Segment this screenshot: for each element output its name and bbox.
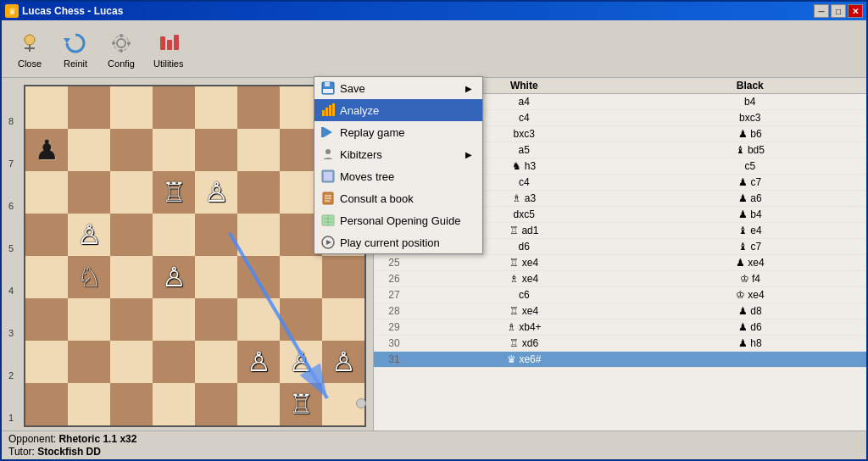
move-black-28[interactable]: ♟ d8 xyxy=(637,304,864,318)
square-b1[interactable] xyxy=(68,383,110,425)
piece-g1[interactable]: ♖ xyxy=(289,391,314,418)
piece-f2[interactable]: ♙ xyxy=(247,348,271,375)
move-black-15[interactable]: b4 xyxy=(637,95,864,108)
square-d5[interactable] xyxy=(153,214,195,256)
square-c3[interactable] xyxy=(110,298,153,341)
move-black-17[interactable]: ♟ b6 xyxy=(637,127,864,141)
square-e3[interactable] xyxy=(195,298,237,341)
utilities-button[interactable]: Utilities xyxy=(146,25,191,73)
square-c1[interactable] xyxy=(110,383,153,425)
square-b3[interactable] xyxy=(68,298,110,341)
menu-save[interactable]: Save ▶ xyxy=(314,77,482,99)
square-f2[interactable]: ♙ xyxy=(237,341,280,383)
close-window-button[interactable]: ✕ xyxy=(848,4,863,18)
square-c5[interactable] xyxy=(110,214,153,256)
move-row-28[interactable]: 28♖ xe4♟ d8 xyxy=(374,303,866,319)
piece-a7[interactable]: ♟ xyxy=(35,136,59,164)
move-white-27[interactable]: c6 xyxy=(411,288,637,302)
reinit-button[interactable]: Reinit xyxy=(54,25,97,73)
square-d4[interactable]: ♙ xyxy=(153,256,195,298)
square-e2[interactable] xyxy=(195,341,237,383)
move-black-18[interactable]: ♝ bd5 xyxy=(637,143,864,157)
move-black-22[interactable]: ♟ b4 xyxy=(637,208,864,221)
square-a7[interactable]: ♟ xyxy=(25,129,68,171)
piece-b4[interactable]: ♘ xyxy=(77,264,102,291)
menu-play-current[interactable]: Play current position xyxy=(314,231,482,253)
square-h4[interactable] xyxy=(322,256,364,298)
square-a2[interactable] xyxy=(25,341,68,383)
move-row-25[interactable]: 25♖ xe4♟ xe4 xyxy=(374,255,866,271)
square-d3[interactable] xyxy=(153,298,195,341)
square-d2[interactable] xyxy=(153,341,195,383)
move-row-31[interactable]: 31♛ xe6# xyxy=(374,352,866,368)
move-white-26[interactable]: ♗ xe4 xyxy=(411,272,637,286)
square-h3[interactable] xyxy=(322,298,364,341)
square-g1[interactable]: ♖ xyxy=(280,383,322,425)
move-black-25[interactable]: ♟ xe4 xyxy=(637,256,864,269)
square-c2[interactable] xyxy=(110,341,153,383)
menu-replay[interactable]: Replay game xyxy=(314,121,482,143)
move-white-29[interactable]: ♗ xb4+ xyxy=(411,320,637,334)
move-row-30[interactable]: 30♖ xd6♟ h8 xyxy=(374,336,866,352)
square-c7[interactable] xyxy=(110,129,153,171)
square-f1[interactable] xyxy=(237,383,280,425)
square-h2[interactable]: ♙ xyxy=(322,341,364,383)
square-e6[interactable]: ♙ xyxy=(195,171,237,214)
piece-g2[interactable]: ♙ xyxy=(289,348,314,375)
move-black-31[interactable] xyxy=(637,353,864,366)
move-row-26[interactable]: 26♗ xe4♔ f4 xyxy=(374,271,866,287)
menu-analyze[interactable]: Analyze xyxy=(314,99,482,121)
move-black-24[interactable]: ♝ c7 xyxy=(637,240,864,253)
square-b7[interactable] xyxy=(68,129,110,171)
square-d6[interactable]: ♖ xyxy=(153,171,195,214)
minimize-button[interactable]: ─ xyxy=(814,4,829,18)
move-black-29[interactable]: ♟ d6 xyxy=(637,320,864,334)
square-f6[interactable] xyxy=(237,171,280,214)
menu-personal-opening[interactable]: Personal Opening Guide xyxy=(314,209,482,231)
config-button[interactable]: Config xyxy=(100,25,142,73)
move-black-26[interactable]: ♔ f4 xyxy=(637,272,864,286)
square-b4[interactable]: ♘ xyxy=(68,256,110,298)
square-e5[interactable] xyxy=(195,214,237,256)
move-black-19[interactable]: c5 xyxy=(637,159,864,173)
square-g3[interactable] xyxy=(280,298,322,341)
square-e7[interactable] xyxy=(195,129,237,171)
piece-d4[interactable]: ♙ xyxy=(162,264,186,291)
square-b5[interactable]: ♙ xyxy=(68,214,110,256)
maximize-button[interactable]: □ xyxy=(831,4,846,18)
menu-moves-tree[interactable]: Moves tree xyxy=(314,165,482,187)
move-black-16[interactable]: bxc3 xyxy=(637,111,864,125)
move-black-23[interactable]: ♝ e4 xyxy=(637,224,864,237)
square-g4[interactable] xyxy=(280,256,322,298)
square-a5[interactable] xyxy=(25,214,68,256)
square-a6[interactable] xyxy=(25,171,68,214)
piece-b5[interactable]: ♙ xyxy=(77,221,102,248)
square-f5[interactable] xyxy=(237,214,280,256)
square-c6[interactable] xyxy=(110,171,153,214)
move-white-31[interactable]: ♛ xe6# xyxy=(411,353,637,366)
square-b8[interactable] xyxy=(68,86,110,129)
move-white-30[interactable]: ♖ xd6 xyxy=(411,336,637,350)
menu-consult-book[interactable]: Consult a book xyxy=(314,187,482,209)
square-a8[interactable] xyxy=(25,86,68,129)
piece-d6[interactable]: ♖ xyxy=(162,179,186,206)
move-black-27[interactable]: ♔ xe4 xyxy=(637,288,864,302)
piece-h2[interactable]: ♙ xyxy=(331,348,356,375)
square-b6[interactable] xyxy=(68,171,110,214)
square-c4[interactable] xyxy=(110,256,153,298)
move-black-20[interactable]: ♟ c7 xyxy=(637,175,864,189)
square-e8[interactable] xyxy=(195,86,237,129)
square-d1[interactable] xyxy=(153,383,195,425)
move-black-30[interactable]: ♟ h8 xyxy=(637,336,864,350)
move-row-27[interactable]: 27c6♔ xe4 xyxy=(374,287,866,303)
square-e1[interactable] xyxy=(195,383,237,425)
square-b2[interactable] xyxy=(68,341,110,383)
move-black-21[interactable]: ♟ a6 xyxy=(637,192,864,205)
move-row-29[interactable]: 29♗ xb4+♟ d6 xyxy=(374,319,866,336)
move-white-25[interactable]: ♖ xe4 xyxy=(411,256,637,269)
square-f7[interactable] xyxy=(237,129,280,171)
square-c8[interactable] xyxy=(110,86,153,129)
menu-kibitzers[interactable]: Kibitzers ▶ xyxy=(314,143,482,165)
square-f3[interactable] xyxy=(237,298,280,341)
close-button[interactable]: Close xyxy=(8,25,51,73)
